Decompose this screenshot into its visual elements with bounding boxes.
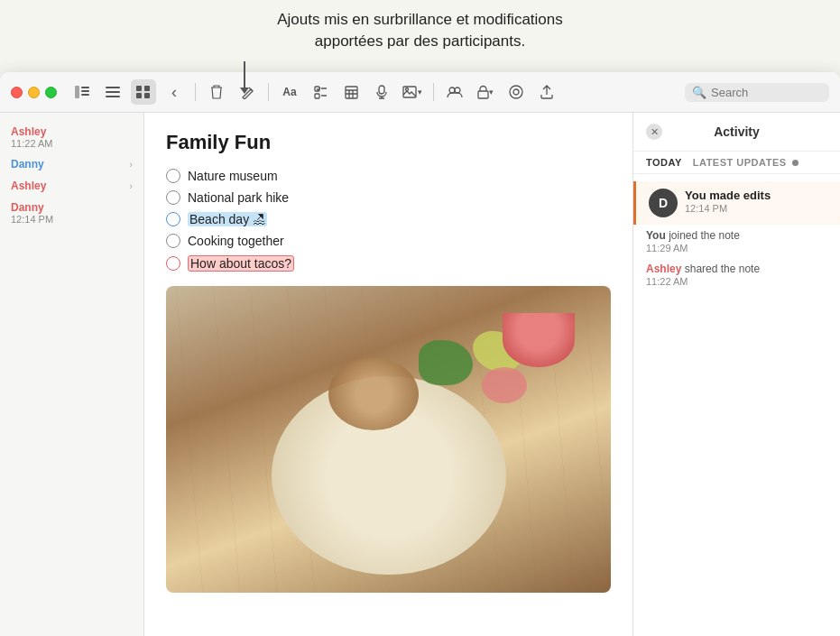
activity-avatar-0: D bbox=[649, 189, 678, 217]
note-image bbox=[166, 286, 611, 593]
activity-time-0: 12:14 PM bbox=[685, 203, 827, 214]
sidebar-item-ashley-1[interactable]: Ashley 11:22 AM bbox=[0, 122, 143, 152]
back-button[interactable]: ‹ bbox=[162, 79, 187, 105]
food-radish bbox=[482, 367, 527, 403]
sidebar-user-danny: Danny bbox=[11, 158, 44, 171]
checklist-text-2: Beach day 🏖 bbox=[188, 212, 267, 226]
activity-item-2: Ashley shared the note 11:22 AM bbox=[633, 258, 840, 291]
svg-rect-6 bbox=[106, 96, 120, 97]
search-input[interactable] bbox=[711, 86, 819, 99]
activity-small-1: You joined the note bbox=[646, 229, 827, 242]
sidebar-user-ashley: Ashley bbox=[11, 125, 133, 138]
svg-point-25 bbox=[449, 88, 455, 93]
note-content: Family Fun Nature museum National park h… bbox=[144, 113, 632, 636]
activity-small-2: Ashley shared the note bbox=[646, 263, 827, 275]
grid-view-button[interactable] bbox=[131, 79, 156, 105]
sidebar-item-danny[interactable]: Danny › bbox=[0, 154, 143, 174]
activity-panel: ✕ Activity TODAY LATEST UPDATES D You ma… bbox=[632, 113, 840, 636]
svg-rect-0 bbox=[75, 86, 79, 98]
activity-desc-2: shared the note bbox=[685, 263, 760, 275]
maximize-button[interactable] bbox=[45, 87, 57, 98]
checklist-text-1: National park hike bbox=[188, 190, 289, 205]
activity-time-2: 11:22 AM bbox=[646, 276, 827, 287]
checklist-item-4[interactable]: How about tacos? bbox=[166, 255, 611, 272]
activity-item-1: You joined the note 11:29 AM bbox=[633, 225, 840, 258]
list-view-button[interactable] bbox=[100, 79, 125, 105]
format-text-button[interactable]: Aa bbox=[277, 79, 302, 105]
svg-rect-13 bbox=[315, 94, 319, 98]
main-area: Ashley 11:22 AM Danny › Ashley › Danny 1… bbox=[0, 113, 840, 636]
checklist-item-2[interactable]: Beach day 🏖 bbox=[166, 212, 611, 226]
activity-item-0: D You made edits 12:14 PM bbox=[633, 181, 840, 225]
minimize-button[interactable] bbox=[28, 87, 40, 98]
food-herb1 bbox=[419, 340, 473, 385]
audio-button[interactable] bbox=[369, 79, 394, 105]
svg-rect-20 bbox=[379, 86, 384, 94]
share-button[interactable] bbox=[534, 79, 559, 105]
svg-rect-10 bbox=[144, 93, 150, 98]
activity-text-2: Ashley shared the note 11:22 AM bbox=[646, 263, 827, 287]
checkbox-1[interactable] bbox=[166, 190, 180, 205]
checkbox-3[interactable] bbox=[166, 234, 180, 248]
separator2 bbox=[268, 83, 269, 101]
tooltip-line2: apportées par des participants. bbox=[315, 32, 525, 50]
tooltip-arrow bbox=[244, 61, 245, 88]
checkbox-2[interactable] bbox=[166, 212, 180, 226]
checklist-button[interactable] bbox=[308, 79, 333, 105]
activity-tabs: TODAY LATEST UPDATES bbox=[633, 152, 840, 174]
svg-rect-2 bbox=[81, 90, 89, 92]
checklist-text-4: How about tacos? bbox=[188, 255, 294, 272]
lock-button[interactable]: ▾ bbox=[473, 79, 498, 105]
sidebar-item-ashley-2[interactable]: Ashley › bbox=[0, 176, 143, 196]
svg-rect-1 bbox=[81, 87, 89, 88]
search-box[interactable]: 🔍 bbox=[685, 83, 829, 102]
checklist-text-0: Nature museum bbox=[188, 169, 278, 183]
delete-button[interactable] bbox=[204, 79, 229, 105]
table-button[interactable] bbox=[338, 79, 364, 105]
tab-today[interactable]: TODAY bbox=[646, 157, 682, 168]
activity-text-0: You made edits 12:14 PM bbox=[685, 189, 827, 214]
checklist-item-1[interactable]: National park hike bbox=[166, 190, 611, 205]
svg-rect-8 bbox=[144, 86, 150, 91]
svg-rect-9 bbox=[136, 93, 142, 98]
sidebar-item-danny-2[interactable]: Danny 12:14 PM bbox=[0, 198, 143, 228]
sidebar-time-ashley: 11:22 AM bbox=[11, 138, 133, 149]
svg-rect-5 bbox=[106, 91, 120, 93]
svg-rect-4 bbox=[106, 87, 120, 88]
activity-header: ✕ Activity bbox=[633, 113, 840, 152]
media-button[interactable]: ▾ bbox=[400, 79, 425, 105]
checkbox-0[interactable] bbox=[166, 169, 180, 183]
chevron-right-icon: › bbox=[129, 159, 133, 170]
activity-action-0: You made edits bbox=[685, 189, 827, 202]
checklist: Nature museum National park hike Beach d… bbox=[166, 169, 611, 272]
checklist-text-3: Cooking together bbox=[188, 234, 284, 248]
sidebar-user-ashley2: Ashley bbox=[11, 180, 46, 192]
close-button[interactable] bbox=[11, 87, 23, 98]
activity-title: Activity bbox=[714, 124, 760, 139]
tooltip-text: Ajouts mis en surbrillance et modificati… bbox=[0, 0, 840, 61]
note-title: Family Fun bbox=[166, 131, 611, 154]
sidebar: Ashley 11:22 AM Danny › Ashley › Danny 1… bbox=[0, 113, 144, 636]
checklist-item-3[interactable]: Cooking together bbox=[166, 234, 611, 248]
checklist-item-0[interactable]: Nature museum bbox=[166, 169, 611, 183]
close-activity-button[interactable]: ✕ bbox=[646, 124, 662, 140]
sidebar-toggle-button[interactable] bbox=[69, 79, 95, 105]
activity-panel-button[interactable] bbox=[503, 79, 529, 105]
svg-point-24 bbox=[406, 88, 409, 91]
tab-latest-updates[interactable]: LATEST UPDATES bbox=[693, 157, 798, 168]
checkbox-4[interactable] bbox=[166, 256, 180, 271]
tooltip-line1: Ajouts mis en surbrillance et modificati… bbox=[277, 11, 563, 28]
activity-desc-1: joined the note bbox=[669, 229, 740, 242]
separator3 bbox=[433, 83, 434, 101]
svg-point-26 bbox=[455, 88, 460, 93]
separator1 bbox=[195, 83, 196, 101]
svg-rect-15 bbox=[346, 87, 357, 98]
activity-user-1: You bbox=[646, 229, 666, 242]
toolbar: ‹ Aa bbox=[0, 72, 840, 113]
red-bowl bbox=[503, 313, 575, 367]
update-indicator bbox=[792, 160, 798, 166]
svg-point-29 bbox=[513, 89, 519, 95]
collaboration-button[interactable] bbox=[442, 79, 467, 105]
search-icon: 🔍 bbox=[692, 86, 706, 99]
traffic-lights bbox=[11, 87, 57, 98]
